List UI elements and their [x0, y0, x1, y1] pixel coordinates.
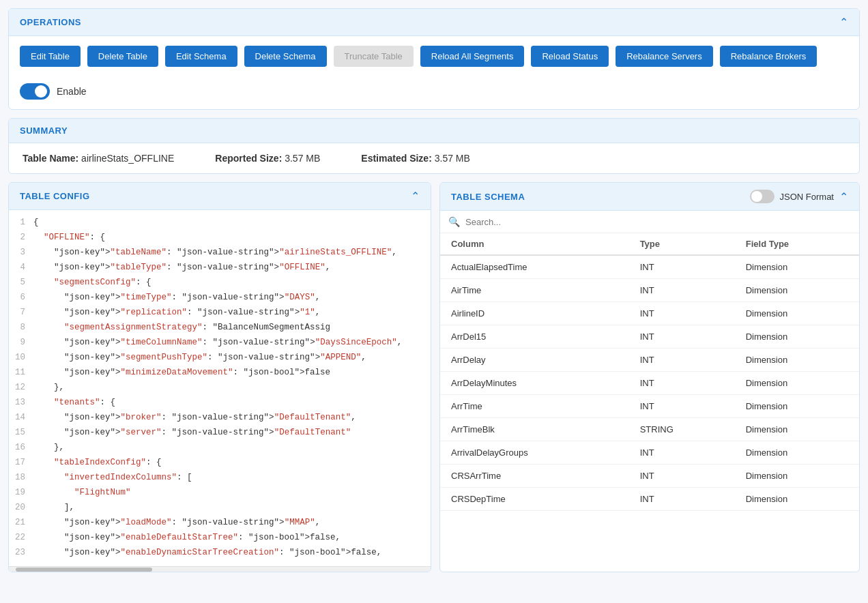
schema-scroll-area[interactable]: Column Type Field Type ActualElapsedTime…	[440, 233, 859, 572]
code-line-8: 8 "segmentAssignmentStrategy": "BalanceN…	[9, 321, 431, 336]
search-input[interactable]	[465, 217, 851, 227]
rebalance-servers-button[interactable]: Rebalance Servers	[616, 46, 713, 67]
cell-type-9: INT	[629, 465, 735, 488]
code-line-11: 11 "json-key">"minimizeDataMovement": "j…	[9, 366, 431, 381]
cell-field_type-0: Dimension	[735, 255, 859, 279]
code-line-9: 9 "json-key">"timeColumnName": "json-val…	[9, 336, 431, 351]
cell-type-4: INT	[629, 349, 735, 372]
cell-field_type-1: Dimension	[735, 279, 859, 302]
code-line-6: 6 "json-key">"timeType": "json-value-str…	[9, 291, 431, 306]
line-content-8: "segmentAssignmentStrategy": "BalanceNum…	[33, 321, 330, 336]
estimated-size-label: Estimated Size:	[361, 153, 431, 164]
code-line-19: 19 "FlightNum"	[9, 486, 431, 501]
reload-status-button[interactable]: Reload Status	[531, 46, 609, 67]
table-name-label: Table Name:	[23, 153, 78, 164]
line-content-5: "segmentsConfig": {	[33, 276, 151, 291]
delete-table-button[interactable]: Delete Table	[87, 46, 158, 67]
table-row: ArrDelayMinutesINTDimension	[440, 372, 859, 395]
line-content-1: {	[33, 216, 39, 231]
table-config-header: TABLE CONFIG ⌃	[9, 183, 431, 210]
line-content-18: "invertedIndexColumns": [	[33, 471, 192, 486]
edit-table-button[interactable]: Edit Table	[20, 46, 81, 67]
cell-type-8: INT	[629, 441, 735, 465]
schema-header: TABLE SCHEMA JSON Format ⌃	[440, 183, 859, 211]
code-line-15: 15 "json-key">"server": "json-value-stri…	[9, 426, 431, 441]
line-number-8: 8	[9, 321, 33, 336]
code-line-21: 21 "json-key">"loadMode": "json-value-st…	[9, 516, 431, 531]
table-name-value: airlineStats_OFFLINE	[81, 153, 174, 164]
reported-size-label: Reported Size:	[215, 153, 282, 164]
schema-collapse-icon[interactable]: ⌃	[839, 190, 848, 203]
reported-size-item: Reported Size: 3.57 MB	[215, 153, 320, 164]
code-line-13: 13 "tenants": {	[9, 396, 431, 411]
line-content-23: "json-key">"enableDynamicStarTreeCreatio…	[33, 546, 381, 561]
cell-type-7: STRING	[629, 418, 735, 441]
cell-type-1: INT	[629, 279, 735, 302]
line-number-13: 13	[9, 396, 33, 411]
bottom-row: TABLE CONFIG ⌃ 1{2 "OFFLINE": {3 "json-k…	[8, 182, 860, 572]
line-content-22: "json-key">"enableDefaultStarTree": "jso…	[33, 531, 341, 546]
table-row: CRSDepTimeINTDimension	[440, 488, 859, 511]
schema-title: TABLE SCHEMA	[451, 192, 525, 202]
delete-schema-button[interactable]: Delete Schema	[244, 46, 327, 67]
table-row: AirlineIDINTDimension	[440, 302, 859, 325]
edit-schema-button[interactable]: Edit Schema	[165, 46, 237, 67]
rebalance-brokers-button[interactable]: Rebalance Brokers	[720, 46, 818, 67]
col-header-field-type: Field Type	[735, 233, 859, 255]
table-name-item: Table Name: airlineStats_OFFLINE	[23, 153, 174, 164]
line-number-14: 14	[9, 411, 33, 426]
line-content-13: "tenants": {	[33, 396, 115, 411]
table-row: ArrivalDelayGroupsINTDimension	[440, 441, 859, 465]
enable-toggle[interactable]	[20, 83, 50, 100]
line-content-21: "json-key">"loadMode": "json-value-strin…	[33, 516, 320, 531]
enable-row: Enable	[9, 76, 859, 109]
col-header-type: Type	[629, 233, 735, 255]
code-line-4: 4 "json-key">"tableType": "json-value-st…	[9, 261, 431, 276]
line-content-12: },	[33, 381, 64, 396]
line-content-4: "json-key">"tableType": "json-value-stri…	[33, 261, 330, 276]
enable-label: Enable	[57, 86, 87, 97]
line-number-2: 2	[9, 231, 33, 246]
operations-title: OPERATIONS	[20, 17, 81, 27]
table-config-collapse-icon[interactable]: ⌃	[411, 190, 420, 203]
cell-column-3: ArrDel15	[440, 325, 629, 349]
reload-all-segments-button[interactable]: Reload All Segments	[420, 46, 525, 67]
table-row: ArrTimeBlkSTRINGDimension	[440, 418, 859, 441]
operations-header: OPERATIONS ⌃	[9, 9, 859, 36]
line-content-20: ],	[33, 501, 74, 516]
code-area[interactable]: 1{2 "OFFLINE": {3 "json-key">"tableName"…	[9, 210, 431, 566]
horizontal-scrollbar[interactable]	[9, 566, 431, 572]
line-number-12: 12	[9, 381, 33, 396]
line-content-2: "OFFLINE": {	[33, 231, 105, 246]
search-icon: 🔍	[448, 216, 460, 227]
line-number-1: 1	[9, 216, 33, 231]
line-content-11: "json-key">"minimizeDataMovement": "json…	[33, 366, 330, 381]
cell-field_type-7: Dimension	[735, 418, 859, 441]
cell-field_type-2: Dimension	[735, 302, 859, 325]
line-number-17: 17	[9, 456, 33, 471]
table-row: ArrDelayINTDimension	[440, 349, 859, 372]
cell-column-5: ArrDelayMinutes	[440, 372, 629, 395]
json-format-label: JSON Format	[780, 192, 834, 202]
code-line-14: 14 "json-key">"broker": "json-value-stri…	[9, 411, 431, 426]
json-format-toggle[interactable]	[750, 190, 775, 203]
cell-type-5: INT	[629, 372, 735, 395]
code-line-16: 16 },	[9, 441, 431, 456]
schema-table-body: ActualElapsedTimeINTDimensionAirTimeINTD…	[440, 255, 859, 511]
cell-column-1: AirTime	[440, 279, 629, 302]
line-number-7: 7	[9, 306, 33, 321]
line-number-6: 6	[9, 291, 33, 306]
code-line-12: 12 },	[9, 381, 431, 396]
collapse-icon[interactable]: ⌃	[839, 16, 848, 29]
schema-search-bar[interactable]: 🔍	[440, 211, 859, 233]
line-content-19: "FlightNum"	[33, 486, 131, 501]
line-content-16: },	[33, 441, 64, 456]
cell-field_type-9: Dimension	[735, 465, 859, 488]
code-line-5: 5 "segmentsConfig": {	[9, 276, 431, 291]
code-line-22: 22 "json-key">"enableDefaultStarTree": "…	[9, 531, 431, 546]
table-row: ActualElapsedTimeINTDimension	[440, 255, 859, 279]
col-header-column: Column	[440, 233, 629, 255]
cell-field_type-10: Dimension	[735, 488, 859, 511]
cell-column-6: ArrTime	[440, 395, 629, 418]
table-row: ArrDel15INTDimension	[440, 325, 859, 349]
